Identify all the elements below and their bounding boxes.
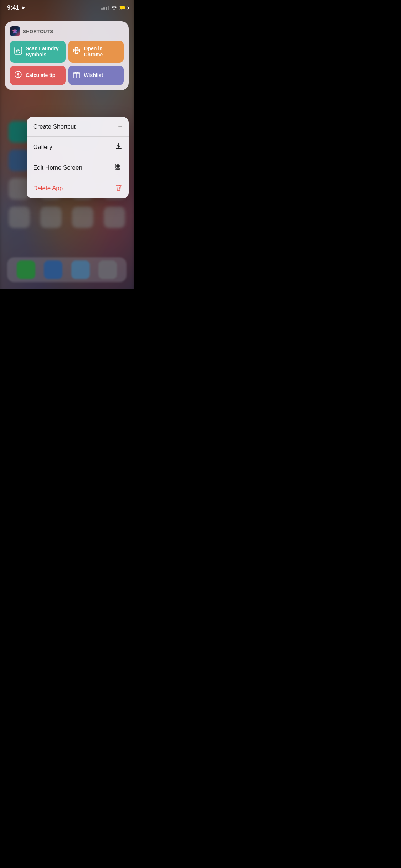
svg-rect-17: [116, 166, 118, 168]
time-display: 9:41: [7, 4, 19, 11]
wishlist-label: Wishlist: [84, 72, 103, 78]
scan-laundry-label: Scan Laundry Symbols: [26, 46, 61, 58]
shortcuts-app-icon: [10, 26, 20, 36]
home-screen-grid-icon: [115, 163, 122, 172]
delete-app-label: Delete App: [33, 185, 63, 192]
svg-rect-1: [15, 48, 17, 48]
shortcut-open-chrome[interactable]: Open in Chrome: [68, 41, 124, 63]
menu-item-edit-home-screen[interactable]: Edit Home Screen: [27, 157, 129, 178]
battery-icon: ⚡: [119, 6, 128, 10]
widget-header: SHORTCUTS: [10, 26, 124, 36]
svg-point-2: [16, 50, 20, 53]
svg-text:$: $: [17, 72, 19, 77]
svg-rect-18: [118, 166, 120, 168]
status-right-icons: ⚡: [101, 5, 128, 11]
dollar-icon: $: [14, 71, 22, 80]
download-icon: [115, 143, 122, 151]
open-chrome-label: Open in Chrome: [84, 46, 120, 58]
svg-rect-14: [116, 148, 122, 149]
plus-icon: +: [118, 123, 122, 131]
create-shortcut-label: Create Shortcut: [33, 123, 76, 130]
context-menu: Create Shortcut + Gallery Edit Home Scre…: [27, 117, 129, 198]
svg-rect-16: [118, 164, 120, 166]
status-time: 9:41 ➤: [7, 4, 25, 11]
svg-point-3: [17, 51, 19, 52]
svg-rect-20: [118, 169, 120, 170]
edit-home-screen-label: Edit Home Screen: [33, 164, 82, 171]
shortcut-wishlist[interactable]: Wishlist: [68, 66, 124, 85]
shortcuts-widget: SHORTCUTS Scan Laundry Symbols: [5, 21, 129, 90]
menu-item-gallery[interactable]: Gallery: [27, 137, 129, 157]
location-arrow-icon: ➤: [21, 5, 25, 10]
washer-icon: [14, 47, 22, 56]
svg-rect-15: [116, 164, 118, 166]
gift-icon: [73, 71, 81, 80]
signal-icon: [101, 6, 109, 10]
menu-item-create-shortcut[interactable]: Create Shortcut +: [27, 117, 129, 137]
menu-item-delete-app[interactable]: Delete App: [27, 178, 129, 198]
svg-rect-19: [116, 169, 118, 170]
wifi-icon: [111, 5, 117, 11]
shortcuts-grid: Scan Laundry Symbols Open in Chrome $: [10, 41, 124, 85]
trash-icon: [115, 184, 122, 193]
shortcut-calculate-tip[interactable]: $ Calculate tip: [10, 66, 66, 85]
globe-icon: [73, 47, 81, 56]
calculate-tip-label: Calculate tip: [26, 72, 55, 78]
gallery-label: Gallery: [33, 144, 52, 151]
status-bar: 9:41 ➤ ⚡: [0, 0, 134, 16]
shortcut-scan-laundry[interactable]: Scan Laundry Symbols: [10, 41, 66, 63]
widget-title: SHORTCUTS: [23, 29, 53, 34]
